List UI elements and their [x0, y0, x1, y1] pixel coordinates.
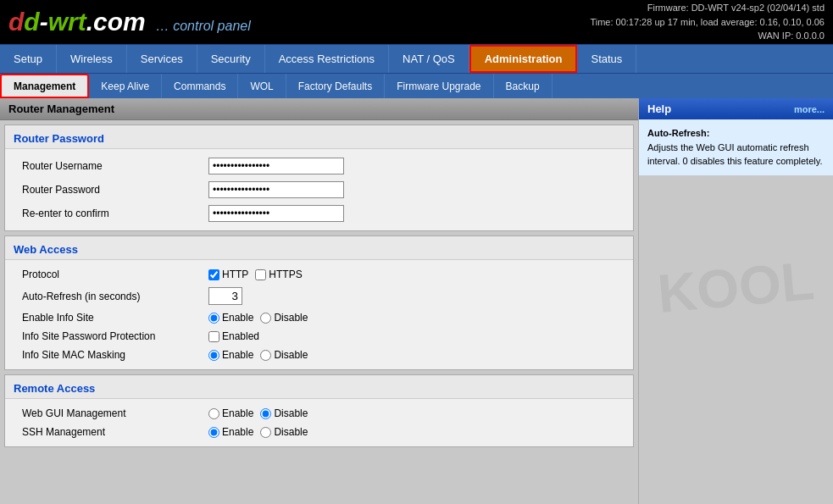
nav-administration[interactable]: Administration: [469, 45, 578, 73]
router-management-header: Router Management: [0, 98, 638, 120]
ssh-group: Enable Disable: [208, 426, 308, 438]
main-content: Router Management Router Password Router…: [0, 98, 638, 504]
help-body: Adjusts the Web GUI automatic refresh in…: [647, 142, 822, 167]
ssh-disable-text: Disable: [274, 426, 308, 438]
info-site-disable-text: Disable: [274, 312, 308, 324]
web-access-panel: Web Access Protocol HTTP HTTPS: [4, 235, 634, 370]
ssh-disable-label[interactable]: Disable: [260, 426, 308, 438]
header-info: Firmware: DD-WRT v24-sp2 (02/04/14) std …: [590, 1, 825, 43]
http-radio-label[interactable]: HTTP: [208, 269, 248, 280]
web-access-form: Protocol HTTP HTTPS Auto-Refres: [5, 259, 633, 369]
remote-access-panel: Remote Access Web GUI Management Enable …: [4, 374, 634, 447]
info-site-password-enabled-label[interactable]: Enabled: [208, 330, 259, 342]
password-label: Router Password: [22, 184, 208, 196]
subnav-commands[interactable]: Commands: [162, 74, 238, 98]
logo-wrt: wrt: [48, 8, 86, 36]
content-wrapper: Router Management Router Password Router…: [0, 98, 833, 504]
web-gui-enable-text: Enable: [222, 407, 253, 419]
subnav-factory-defaults[interactable]: Factory Defaults: [286, 74, 385, 98]
ssh-disable-radio[interactable]: [260, 427, 271, 438]
mac-masking-label: Info Site MAC Masking: [22, 349, 208, 361]
mac-enable-label[interactable]: Enable: [208, 349, 253, 361]
enable-info-site-row: Enable Info Site Enable Disable: [14, 308, 625, 327]
username-label: Router Username: [22, 160, 208, 172]
auto-refresh-label: Auto-Refresh (in seconds): [22, 291, 208, 302]
help-header: Help more...: [639, 98, 833, 119]
nav-nat-qos[interactable]: NAT / QoS: [389, 45, 469, 73]
nav-status[interactable]: Status: [577, 45, 636, 73]
web-gui-group: Enable Disable: [208, 407, 308, 419]
nav-security[interactable]: Security: [197, 45, 265, 73]
mac-disable-radio[interactable]: [260, 350, 271, 361]
protocol-label: Protocol: [22, 269, 208, 280]
protocol-group: HTTP HTTPS: [208, 269, 303, 280]
logo-dotcom: .com: [86, 8, 146, 36]
password-row: Router Password: [14, 178, 625, 202]
wan-ip-info: WAN IP: 0.0.0.0: [590, 29, 825, 43]
info-site-disable-label[interactable]: Disable: [260, 312, 308, 324]
firmware-info: Firmware: DD-WRT v24-sp2 (02/04/14) std: [590, 1, 825, 15]
auto-refresh-input[interactable]: 3: [208, 287, 242, 305]
mac-disable-label[interactable]: Disable: [260, 349, 308, 361]
username-row: Router Username: [14, 154, 625, 178]
subnav-keep-alive[interactable]: Keep Alive: [89, 74, 162, 98]
info-site-password-label: Info Site Password Protection: [22, 330, 208, 342]
nav-access-restrictions[interactable]: Access Restrictions: [265, 45, 389, 73]
logo-dd: dd: [8, 8, 40, 36]
subnav-management[interactable]: Management: [0, 74, 89, 98]
help-content: Auto-Refresh: Adjusts the Web GUI automa…: [639, 119, 833, 175]
confirm-password-input[interactable]: [208, 205, 344, 222]
web-gui-enable-label[interactable]: Enable: [208, 407, 253, 419]
http-checkbox[interactable]: [208, 269, 219, 280]
sub-navigation: Management Keep Alive Commands WOL Facto…: [0, 73, 833, 98]
info-site-password-checkbox[interactable]: [208, 331, 219, 342]
logo-dash: -: [40, 8, 48, 36]
info-site-password-row: Info Site Password Protection Enabled: [14, 327, 625, 346]
info-site-group: Enable Disable: [208, 312, 308, 324]
info-site-password-enabled-text: Enabled: [222, 330, 259, 342]
https-checkbox[interactable]: [255, 269, 266, 280]
info-site-enable-text: Enable: [222, 312, 253, 324]
confirm-password-row: Re-enter to confirm: [14, 202, 625, 225]
router-password-form: Router Username Router Password Re-enter…: [5, 148, 633, 230]
watermark-text: KOOL: [639, 260, 833, 323]
subnav-firmware-upgrade[interactable]: Firmware Upgrade: [385, 74, 493, 98]
help-more-link[interactable]: more...: [794, 104, 825, 114]
http-label: HTTP: [222, 269, 248, 280]
web-gui-disable-label[interactable]: Disable: [260, 407, 308, 419]
web-gui-disable-radio[interactable]: [260, 408, 271, 419]
subnav-wol[interactable]: WOL: [238, 74, 286, 98]
subnav-backup[interactable]: Backup: [494, 74, 553, 98]
web-gui-label: Web GUI Management: [22, 407, 208, 419]
web-gui-enable-radio[interactable]: [208, 408, 219, 419]
web-access-title: Web Access: [5, 236, 633, 259]
username-input[interactable]: [208, 158, 344, 174]
https-label: HTTPS: [269, 269, 302, 280]
mac-disable-text: Disable: [274, 349, 308, 361]
web-gui-row: Web GUI Management Enable Disable: [14, 404, 625, 423]
enable-info-site-label: Enable Info Site: [22, 312, 208, 324]
logo: dd - wrt .com … control panel: [8, 8, 251, 36]
ssh-enable-text: Enable: [222, 426, 253, 438]
web-gui-disable-text: Disable: [274, 407, 308, 419]
mac-enable-radio[interactable]: [208, 350, 219, 361]
nav-setup[interactable]: Setup: [0, 45, 57, 73]
protocol-row: Protocol HTTP HTTPS: [14, 265, 625, 284]
nav-wireless[interactable]: Wireless: [57, 45, 127, 73]
mac-enable-text: Enable: [222, 349, 253, 361]
info-site-enable-radio[interactable]: [208, 313, 219, 324]
header: dd - wrt .com … control panel Firmware: …: [0, 0, 833, 44]
https-radio-label[interactable]: HTTPS: [255, 269, 302, 280]
info-site-disable-radio[interactable]: [260, 313, 271, 324]
mac-masking-group: Enable Disable: [208, 349, 308, 361]
password-input[interactable]: [208, 181, 344, 198]
remote-access-form: Web GUI Management Enable Disable: [5, 398, 633, 446]
help-heading: Auto-Refresh:: [647, 128, 709, 138]
ssh-label: SSH Management: [22, 426, 208, 438]
info-site-enable-label[interactable]: Enable: [208, 312, 253, 324]
confirm-password-label: Re-enter to confirm: [22, 208, 208, 219]
nav-services[interactable]: Services: [127, 45, 197, 73]
router-password-panel: Router Password Router Username Router P…: [4, 125, 634, 231]
ssh-enable-label[interactable]: Enable: [208, 426, 253, 438]
ssh-enable-radio[interactable]: [208, 427, 219, 438]
